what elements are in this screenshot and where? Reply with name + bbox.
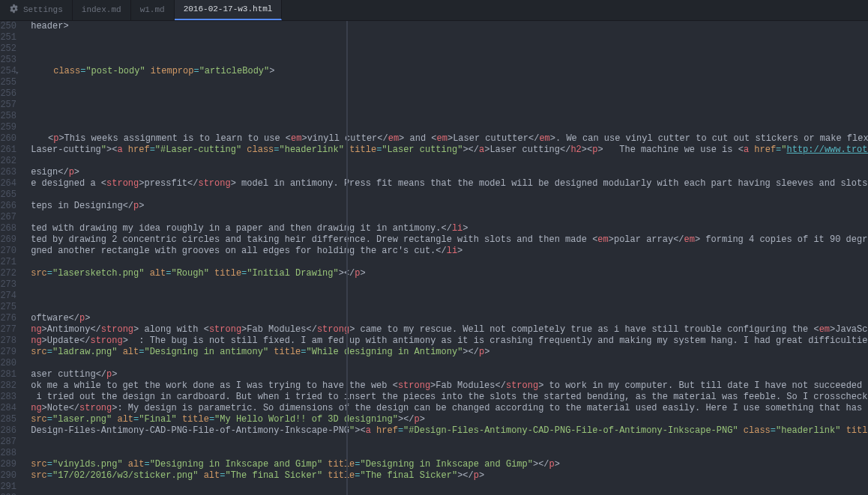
editor-pane[interactable]: 250251252253▾254255256257258259260261262…: [0, 21, 868, 495]
tab-bar: Settings index.md w1.md 2016-02-17-w3.ht…: [0, 0, 868, 21]
line-gutter: 250251252253▾254255256257258259260261262…: [0, 21, 21, 495]
tab-settings[interactable]: Settings: [0, 0, 73, 20]
code-area[interactable]: header> class="post-body" itemprop="arti…: [21, 21, 868, 495]
tab-settings-label: Settings: [23, 4, 63, 16]
tab-w1-label: w1.md: [140, 4, 165, 16]
scroll-indicator: [346, 21, 348, 495]
gear-icon: [9, 4, 19, 17]
tab-w3-label: 2016-02-17-w3.html: [184, 4, 273, 15]
tab-index-label: index.md: [82, 4, 121, 16]
tab-w1[interactable]: w1.md: [131, 0, 175, 20]
tab-index[interactable]: index.md: [73, 0, 131, 20]
tab-w3[interactable]: 2016-02-17-w3.html: [175, 0, 283, 20]
